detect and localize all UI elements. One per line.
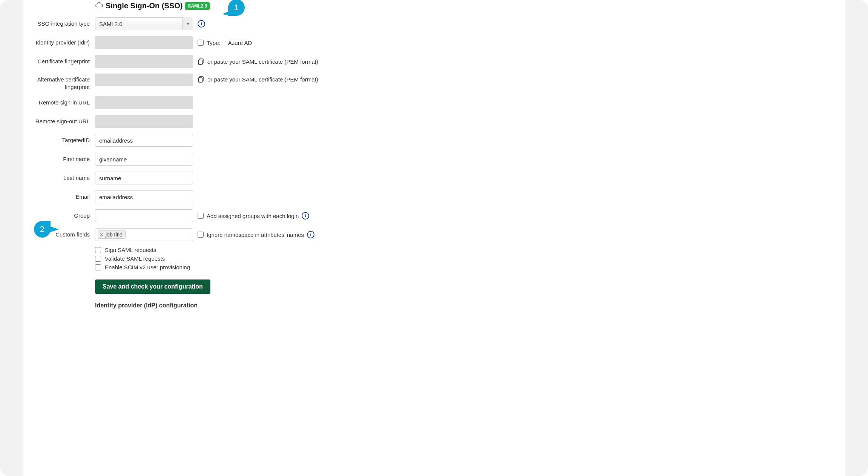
group-input[interactable] xyxy=(95,209,193,222)
enable-scim-label: Enable SCIM v2 user provisioning xyxy=(105,264,190,270)
custom-field-tag: ✕ jobTitle xyxy=(98,230,126,239)
saml-badge: SAML2.0 xyxy=(185,2,210,10)
add-groups-checkbox[interactable] xyxy=(198,213,204,219)
info-icon[interactable]: i xyxy=(307,231,314,238)
annotation-callout-2: 2 xyxy=(34,221,51,238)
label-cert: Certificate fingerprint xyxy=(30,58,95,65)
label-first: First name xyxy=(30,155,95,163)
cert-input[interactable] xyxy=(95,55,193,68)
custom-fields-input[interactable]: ✕ jobTitle xyxy=(95,228,193,241)
label-signin: Remote sign-in URL xyxy=(30,99,95,106)
svg-rect-1 xyxy=(199,60,202,64)
label-targeted: TargetedID xyxy=(30,137,95,144)
cert-hint: or paste your SAML certificate (PEM form… xyxy=(207,58,318,65)
remove-tag-icon[interactable]: ✕ xyxy=(100,232,104,238)
last-name-input[interactable] xyxy=(95,172,193,184)
idp-type-label: Type: xyxy=(207,40,221,46)
enable-scim-checkbox[interactable] xyxy=(95,264,101,270)
ignore-namespace-checkbox[interactable] xyxy=(198,232,204,238)
sign-saml-checkbox[interactable] xyxy=(95,247,101,253)
annotation-callout-1: 1 xyxy=(228,0,245,16)
validate-saml-checkbox[interactable] xyxy=(95,256,101,262)
alt-cert-input[interactable] xyxy=(95,74,193,86)
idp-type-checkbox[interactable] xyxy=(198,40,204,46)
email-input[interactable] xyxy=(95,190,193,203)
signout-url-input[interactable] xyxy=(95,115,193,128)
right-gutter xyxy=(845,0,868,476)
alt-cert-hint: or paste your SAML certificate (PEM form… xyxy=(207,76,318,83)
label-group: Group xyxy=(30,212,95,220)
label-email: Email xyxy=(30,193,95,201)
info-icon[interactable]: i xyxy=(302,212,309,220)
cloud-icon xyxy=(95,2,103,10)
first-name-input[interactable] xyxy=(95,153,193,166)
ignore-namespace-label: Ignore namespace in attributes' names xyxy=(207,232,304,238)
form-panel: 1 2 Single Sign-On (SSO) SAML2.0 SSO int… xyxy=(23,0,845,476)
idp-input[interactable] xyxy=(95,36,193,49)
svg-rect-3 xyxy=(199,78,202,82)
saml-options: Sign SAML requests Validate SAML request… xyxy=(95,247,838,270)
paste-icon[interactable] xyxy=(198,58,204,65)
save-config-button[interactable]: Save and check your configuration xyxy=(95,279,210,294)
label-last: Last name xyxy=(30,174,95,182)
section-title: Single Sign-On (SSO) xyxy=(106,2,182,10)
info-icon[interactable]: i xyxy=(198,20,205,28)
paste-icon[interactable] xyxy=(198,76,204,83)
sign-saml-label: Sign SAML requests xyxy=(105,247,156,253)
label-signout: Remote sign-out URL xyxy=(30,118,95,125)
section-header: Single Sign-On (SSO) SAML2.0 xyxy=(95,2,838,10)
label-idp: Identity provider (IdP) xyxy=(30,39,95,46)
label-sso-type: SSO integration type xyxy=(30,20,95,28)
idp-config-heading: Identity provider (IdP) configuration xyxy=(95,302,838,309)
validate-saml-label: Validate SAML requests xyxy=(105,255,165,262)
sso-type-select[interactable]: SAML2.0 xyxy=(95,17,193,30)
idp-type-value: Azure AD xyxy=(228,40,252,46)
signin-url-input[interactable] xyxy=(95,96,193,109)
label-alt-cert: Alternative certificate fingerprint xyxy=(30,74,95,91)
left-gutter xyxy=(0,0,23,476)
add-groups-label: Add assigned groups with each login xyxy=(207,213,299,219)
tag-label: jobTitle xyxy=(106,232,123,238)
targeted-id-input[interactable] xyxy=(95,134,193,147)
